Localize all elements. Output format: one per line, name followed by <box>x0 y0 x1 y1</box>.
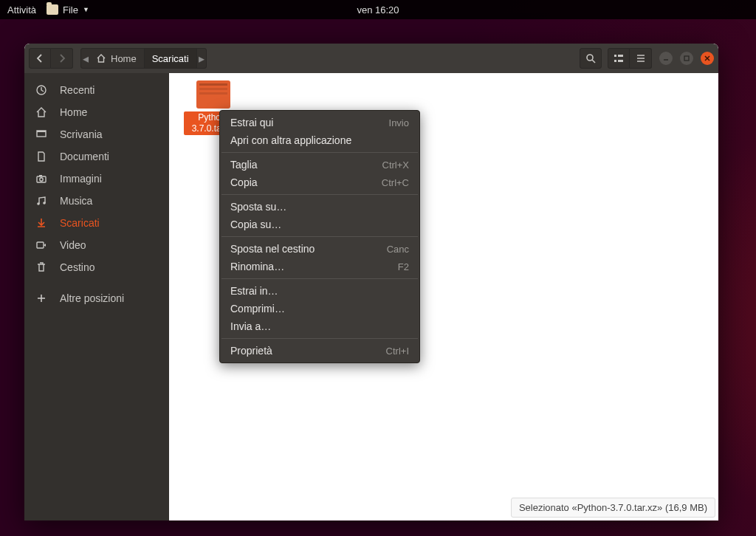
menu-item-label: Copia su… <box>230 219 281 230</box>
menu-item-label: Estrai in… <box>230 285 278 297</box>
svg-rect-4 <box>618 55 623 57</box>
sidebar-item-downloads[interactable]: Scaricati <box>24 212 169 234</box>
headerbar: ◂ Home Scaricati ▸ <box>24 44 718 73</box>
menu-item-label: Comprimi… <box>230 303 285 315</box>
chevron-down-icon: ▼ <box>83 6 89 13</box>
svg-line-1 <box>592 60 595 63</box>
svg-rect-2 <box>614 55 616 57</box>
home-icon <box>96 53 106 63</box>
context-menu-item[interactable]: Sposta su… <box>220 198 419 216</box>
trash-icon <box>35 261 48 273</box>
view-mode-button[interactable] <box>608 48 630 69</box>
context-menu-item[interactable]: Apri con altra applicazione <box>220 131 419 149</box>
sidebar-item-label: Immagini <box>60 173 102 185</box>
download-icon <box>35 217 48 229</box>
sidebar-item-documents[interactable]: Documenti <box>24 145 169 168</box>
svg-rect-21 <box>37 242 44 248</box>
list-view-icon <box>614 53 624 63</box>
context-menu-item[interactable]: Estrai quiInvio <box>220 114 419 131</box>
context-menu-item[interactable]: Invia a… <box>220 317 419 335</box>
sidebar-item-label: Video <box>60 239 86 251</box>
context-menu-item[interactable]: Rinomina…F2 <box>220 258 419 275</box>
path-home-label: Home <box>111 53 137 64</box>
menu-separator <box>221 194 418 195</box>
close-button[interactable] <box>701 52 714 65</box>
desktop-icon <box>35 128 48 140</box>
svg-point-0 <box>587 55 593 61</box>
svg-rect-3 <box>614 60 616 62</box>
gnome-topbar: Attività File ▼ ven 16:20 <box>0 0 756 19</box>
minimize-button[interactable] <box>659 52 673 65</box>
menu-item-label: Estrai qui <box>230 117 273 128</box>
sidebar-item-label: Scaricati <box>60 217 100 229</box>
sidebar: Recenti Home Scrivania Documenti Immagin… <box>24 73 169 520</box>
clock-icon <box>35 84 48 96</box>
context-menu-item[interactable]: CopiaCtrl+C <box>220 173 419 191</box>
sidebar-item-music[interactable]: Musica <box>24 190 169 212</box>
sidebar-item-label: Cestino <box>60 261 94 273</box>
path-prev-icon[interactable]: ◂ <box>81 52 90 66</box>
menu-item-label: Proprietà <box>230 345 272 357</box>
menu-separator <box>221 152 418 153</box>
context-menu-item[interactable]: Copia su… <box>220 216 419 233</box>
path-segment-current[interactable]: Scaricati <box>144 49 197 68</box>
menu-item-accel: Canc <box>387 244 409 255</box>
menu-item-accel: Ctrl+I <box>386 346 409 357</box>
menu-item-accel: F2 <box>398 261 409 272</box>
sidebar-item-other-locations[interactable]: Altre posizioni <box>24 287 169 309</box>
video-icon <box>35 239 48 251</box>
sidebar-item-label: Scrivania <box>60 128 103 140</box>
sidebar-item-desktop[interactable]: Scrivania <box>24 123 169 145</box>
svg-point-17 <box>40 178 43 181</box>
menu-item-label: Sposta su… <box>230 201 286 213</box>
clock[interactable]: ven 16:20 <box>357 4 399 16</box>
sidebar-item-label: Altre posizioni <box>60 292 124 304</box>
app-menu-label: File <box>63 4 78 16</box>
sidebar-item-home[interactable]: Home <box>24 101 169 123</box>
menu-item-accel: Ctrl+X <box>382 159 409 171</box>
folder-icon <box>47 4 58 15</box>
back-button[interactable] <box>29 48 51 69</box>
context-menu-item[interactable]: Comprimi… <box>220 300 419 317</box>
sidebar-item-pictures[interactable]: Immagini <box>24 168 169 190</box>
sidebar-item-videos[interactable]: Video <box>24 234 169 256</box>
svg-point-20 <box>43 202 46 205</box>
sidebar-item-trash[interactable]: Cestino <box>24 256 169 278</box>
menu-separator <box>221 338 418 339</box>
menu-item-accel: Ctrl+C <box>382 177 409 188</box>
sidebar-item-label: Musica <box>60 195 92 207</box>
sidebar-item-label: Home <box>60 106 87 118</box>
status-bar: Selezionato «Python-3.7.0.tar.xz» (16,9 … <box>511 498 715 518</box>
path-next-icon[interactable]: ▸ <box>197 52 206 66</box>
hamburger-button[interactable] <box>630 48 652 69</box>
menu-item-accel: Invio <box>389 117 409 128</box>
path-segment-home[interactable]: Home <box>90 49 144 68</box>
svg-rect-5 <box>618 60 623 62</box>
maximize-button[interactable] <box>680 52 693 65</box>
svg-point-19 <box>37 202 40 205</box>
context-menu-item[interactable]: Sposta nel cestinoCanc <box>220 240 419 258</box>
archive-icon <box>196 80 230 109</box>
forward-button[interactable] <box>51 48 73 69</box>
search-button[interactable] <box>580 48 602 69</box>
hamburger-icon <box>636 53 646 63</box>
menu-separator <box>221 278 418 279</box>
window-controls <box>659 52 714 65</box>
activities-button[interactable]: Attività <box>7 4 36 16</box>
context-menu-item[interactable]: ProprietàCtrl+I <box>220 342 419 360</box>
svg-rect-15 <box>37 131 46 132</box>
pathbar: ◂ Home Scaricati ▸ <box>80 48 207 69</box>
context-menu-item[interactable]: TagliaCtrl+X <box>220 156 419 173</box>
documents-icon <box>35 151 48 162</box>
menu-item-label: Sposta nel cestino <box>230 243 315 255</box>
app-menu-files[interactable]: File ▼ <box>47 4 89 16</box>
menu-item-label: Invia a… <box>230 320 271 332</box>
menu-item-label: Rinomina… <box>230 261 284 272</box>
path-current-label: Scaricati <box>152 53 189 64</box>
plus-icon <box>35 292 48 304</box>
context-menu-item[interactable]: Estrai in… <box>220 282 419 300</box>
sidebar-item-label: Documenti <box>60 151 109 162</box>
menu-item-label: Apri con altra applicazione <box>230 134 351 146</box>
svg-rect-18 <box>39 175 42 176</box>
sidebar-item-recent[interactable]: Recenti <box>24 79 169 101</box>
